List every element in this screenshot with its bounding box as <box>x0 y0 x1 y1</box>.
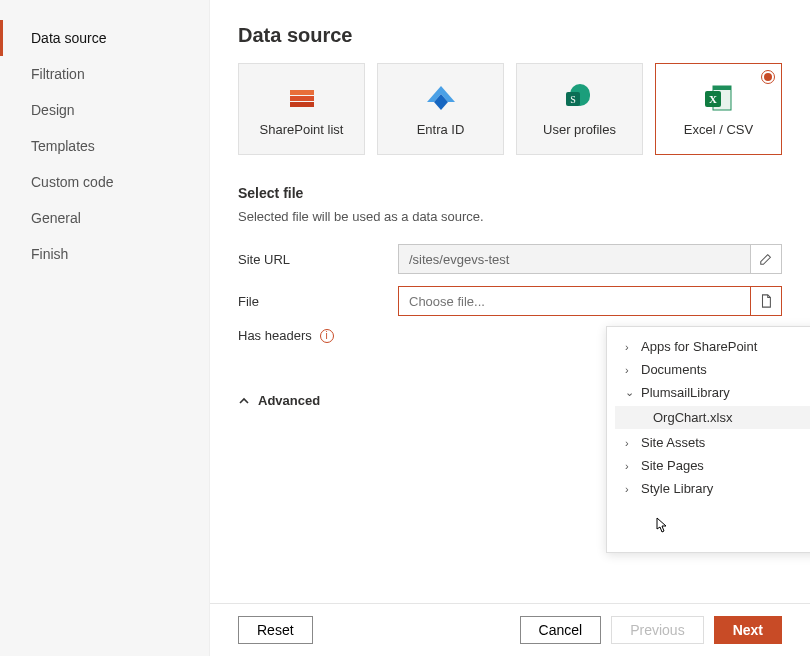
file-icon <box>759 294 773 308</box>
tree-item[interactable]: ›Style Library <box>607 477 810 500</box>
site-url-edit-button[interactable] <box>750 244 782 274</box>
chevron-right-icon: › <box>625 341 635 353</box>
pencil-icon <box>759 252 773 266</box>
page-title: Data source <box>238 24 782 47</box>
entra-id-icon <box>425 82 457 114</box>
tree-item[interactable]: ›Site Pages <box>607 454 810 477</box>
site-url-label: Site URL <box>238 252 398 267</box>
svg-rect-0 <box>290 90 314 95</box>
footer: Reset Cancel Previous Next <box>210 603 810 656</box>
tree-item-label: Style Library <box>641 481 713 496</box>
tree-item[interactable]: ›Apps for SharePoint <box>607 335 810 358</box>
svg-rect-2 <box>290 102 314 107</box>
tree-item-label: PlumsailLibrary <box>641 385 730 400</box>
source-card-label: User profiles <box>543 122 616 137</box>
section-desc: Selected file will be used as a data sou… <box>238 209 782 224</box>
cursor-icon <box>653 516 671 536</box>
sidebar-item-general[interactable]: General <box>0 200 209 236</box>
advanced-label: Advanced <box>258 393 320 408</box>
tree-item-label: Site Assets <box>641 435 705 450</box>
sidebar-item-design[interactable]: Design <box>0 92 209 128</box>
file-browse-button[interactable] <box>750 286 782 316</box>
svg-rect-8 <box>713 86 731 90</box>
sidebar: Data source Filtration Design Templates … <box>0 0 210 656</box>
tree-leaf-item[interactable]: OrgChart.xlsx <box>615 406 810 429</box>
chevron-up-icon <box>238 395 250 407</box>
chevron-right-icon: › <box>625 483 635 495</box>
section-title: Select file <box>238 185 782 201</box>
source-card-excel-csv[interactable]: X Excel / CSV <box>655 63 782 155</box>
previous-button: Previous <box>611 616 703 644</box>
chevron-right-icon: › <box>625 364 635 376</box>
info-icon[interactable]: i <box>320 329 334 343</box>
tree-leaf-label: OrgChart.xlsx <box>653 410 732 425</box>
tree-item-label: Documents <box>641 362 707 377</box>
selected-radio-icon <box>761 70 775 84</box>
source-card-label: Entra ID <box>417 122 465 137</box>
file-label: File <box>238 294 398 309</box>
tree-item[interactable]: ›Documents <box>607 358 810 381</box>
source-card-label: Excel / CSV <box>684 122 753 137</box>
source-card-sharepoint-list[interactable]: SharePoint list <box>238 63 365 155</box>
excel-icon: X <box>703 82 735 114</box>
tree-item[interactable]: ⌄PlumsailLibrary <box>607 381 810 404</box>
source-card-user-profiles[interactable]: S User profiles <box>516 63 643 155</box>
svg-text:X: X <box>709 93 717 105</box>
site-url-input[interactable] <box>398 244 750 274</box>
file-input[interactable] <box>398 286 750 316</box>
sharepoint-list-icon <box>286 82 318 114</box>
sidebar-item-filtration[interactable]: Filtration <box>0 56 209 92</box>
source-cards: SharePoint list Entra ID S User prof <box>238 63 782 155</box>
svg-rect-1 <box>290 96 314 101</box>
source-card-entra-id[interactable]: Entra ID <box>377 63 504 155</box>
source-card-label: SharePoint list <box>260 122 344 137</box>
chevron-down-icon: ⌄ <box>625 386 635 399</box>
svg-text:S: S <box>570 94 576 105</box>
sidebar-item-finish[interactable]: Finish <box>0 236 209 272</box>
footer-cancel-button[interactable]: Cancel <box>520 616 602 644</box>
sidebar-item-data-source[interactable]: Data source <box>0 20 209 56</box>
user-profiles-icon: S <box>564 82 596 114</box>
has-headers-label: Has headers <box>238 328 312 343</box>
next-button[interactable]: Next <box>714 616 782 644</box>
chevron-right-icon: › <box>625 460 635 472</box>
sidebar-item-templates[interactable]: Templates <box>0 128 209 164</box>
tree-item-label: Site Pages <box>641 458 704 473</box>
tree-item[interactable]: ›Site Assets <box>607 431 810 454</box>
chevron-right-icon: › <box>625 437 635 449</box>
sidebar-item-custom-code[interactable]: Custom code <box>0 164 209 200</box>
reset-button[interactable]: Reset <box>238 616 313 644</box>
file-picker-dropdown: ›Apps for SharePoint ›Documents ⌄Plumsai… <box>606 326 810 553</box>
tree-item-label: Apps for SharePoint <box>641 339 757 354</box>
